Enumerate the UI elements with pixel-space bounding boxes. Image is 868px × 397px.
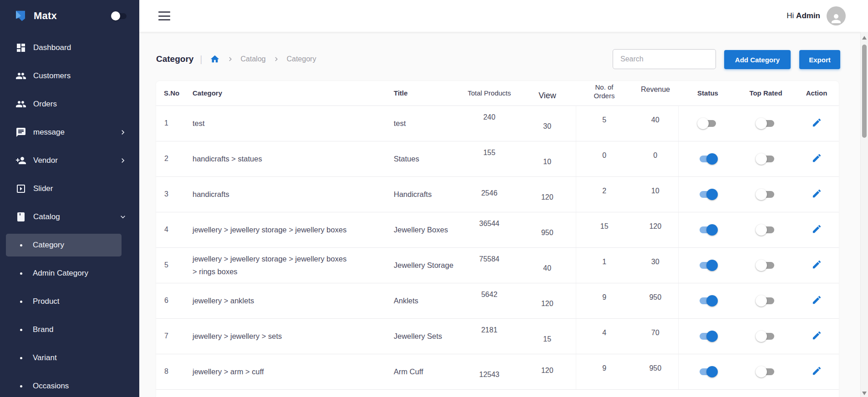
top-rated-toggle[interactable]: [756, 117, 777, 129]
cell-orders[interactable]: 1: [576, 247, 633, 283]
vertical-scrollbar[interactable]: [860, 32, 868, 397]
cell-sno: 6: [156, 283, 187, 318]
cell-status: [678, 283, 737, 318]
sidebar-item-variant[interactable]: Variant: [0, 344, 139, 372]
edit-button[interactable]: [809, 221, 825, 238]
edit-button[interactable]: [809, 186, 825, 203]
cell-total-products[interactable]: 155: [460, 141, 519, 176]
cell-view[interactable]: 30: [519, 106, 576, 141]
sidebar-item-slider[interactable]: Slider: [0, 175, 139, 203]
cell-revenue[interactable]: 120: [633, 212, 678, 247]
status-toggle[interactable]: [697, 259, 718, 271]
top-rated-toggle[interactable]: [756, 330, 777, 342]
status-toggle[interactable]: [697, 117, 718, 129]
sidebar-item-orders[interactable]: Orders: [0, 90, 139, 118]
cell-orders[interactable]: 15: [576, 212, 633, 247]
cell-total-products[interactable]: 75584: [460, 247, 519, 283]
cell-title: Anklets: [387, 283, 460, 318]
status-toggle[interactable]: [697, 188, 718, 200]
edit-button[interactable]: [809, 256, 825, 274]
status-toggle[interactable]: [697, 153, 718, 165]
sidebar-item-admin-category[interactable]: Admin Category: [0, 259, 139, 287]
top-rated-toggle[interactable]: [756, 366, 777, 377]
cell-total-products[interactable]: 240: [460, 106, 519, 141]
cell-status: [678, 318, 737, 354]
cell-total-products[interactable]: 12543: [460, 354, 519, 389]
cell-view[interactable]: 120: [519, 354, 576, 389]
cell-total-products[interactable]: 5642: [460, 283, 519, 318]
cell-view[interactable]: 120: [519, 283, 576, 318]
status-toggle[interactable]: [697, 366, 718, 377]
sidebar-item-dashboard[interactable]: Dashboard: [0, 34, 139, 62]
edit-button[interactable]: [809, 150, 825, 167]
breadcrumb-category[interactable]: Category: [287, 55, 316, 63]
top-rated-toggle[interactable]: [756, 259, 777, 271]
cell-orders[interactable]: 4: [576, 318, 633, 354]
cell-revenue[interactable]: 0: [633, 141, 678, 176]
cell-orders[interactable]: 5: [576, 106, 633, 141]
scroll-up-arrow[interactable]: [862, 36, 867, 40]
cell-view[interactable]: 120: [519, 176, 576, 212]
cell-orders[interactable]: 2: [576, 176, 633, 212]
cell-orders[interactable]: 9: [576, 354, 633, 389]
cell-view[interactable]: 40: [519, 247, 576, 283]
cell-revenue[interactable]: 950: [633, 283, 678, 318]
edit-button[interactable]: [809, 115, 825, 132]
sidebar-item-brand[interactable]: Brand: [0, 316, 139, 344]
cell-revenue[interactable]: 70: [633, 318, 678, 354]
sidebar-item-label: Orders: [33, 100, 57, 109]
sidebar-item-customers[interactable]: Customers: [0, 62, 139, 90]
edit-button[interactable]: [809, 327, 825, 345]
cell-orders[interactable]: 9: [576, 283, 633, 318]
status-toggle[interactable]: [697, 224, 718, 236]
cell-category: jewellery > arm > cuff: [187, 354, 387, 389]
status-toggle[interactable]: [697, 330, 718, 342]
sidebar-item-label: Variant: [33, 353, 57, 362]
sidebar-item-product[interactable]: Product: [0, 287, 139, 316]
top-rated-toggle[interactable]: [756, 295, 777, 307]
cell-view[interactable]: 15: [519, 318, 576, 354]
avatar[interactable]: [827, 6, 846, 25]
cell-total-products[interactable]: 36544: [460, 212, 519, 247]
table-row: 6jewellery > ankletsAnklets56421209950: [156, 283, 839, 318]
sidebar-item-occasions[interactable]: Occasions: [0, 372, 139, 397]
top-rated-toggle[interactable]: [756, 153, 777, 165]
cell-category: jewellery > anklets: [187, 283, 387, 318]
search-input[interactable]: [613, 49, 716, 69]
edit-button[interactable]: [809, 363, 825, 380]
sidebar-item-vendor[interactable]: Vendor: [0, 146, 139, 175]
cell-total-products[interactable]: 2181: [460, 318, 519, 354]
cell-sno: 2: [156, 141, 187, 176]
header-total-products: Total Products: [460, 81, 519, 106]
cell-revenue[interactable]: 10: [633, 176, 678, 212]
main-area: Hi Admin Category | Catalog Category: [139, 0, 868, 397]
cell-sno: 3: [156, 176, 187, 212]
home-icon[interactable]: [210, 54, 220, 64]
sidebar-item-message[interactable]: message: [0, 118, 139, 146]
sidebar-mode-toggle[interactable]: [111, 10, 127, 21]
cell-revenue[interactable]: 950: [633, 354, 678, 389]
cell-revenue[interactable]: 30: [633, 247, 678, 283]
export-button[interactable]: Export: [799, 50, 840, 69]
cell-title: Handicrafts: [387, 176, 460, 212]
sidebar-item-label: Customers: [33, 71, 71, 80]
top-rated-toggle[interactable]: [756, 188, 777, 200]
sidebar-item-category[interactable]: Category: [0, 231, 139, 259]
scroll-thumb[interactable]: [862, 45, 867, 138]
cell-view[interactable]: 950: [519, 212, 576, 247]
edit-button[interactable]: [809, 292, 825, 309]
cell-view[interactable]: 10: [519, 141, 576, 176]
scroll-down-arrow[interactable]: [862, 392, 867, 395]
cell-orders[interactable]: 0: [576, 141, 633, 176]
top-rated-toggle[interactable]: [756, 224, 777, 236]
menu-icon[interactable]: [158, 11, 170, 20]
sidebar-item-label: Product: [33, 297, 60, 306]
add-category-button[interactable]: Add Category: [724, 50, 791, 69]
cell-total-products[interactable]: 2546: [460, 176, 519, 212]
cell-sno: 4: [156, 212, 187, 247]
sidebar-nav: DashboardCustomersOrdersmessageVendorSli…: [0, 32, 139, 397]
cell-revenue[interactable]: 40: [633, 106, 678, 141]
breadcrumb-catalog[interactable]: Catalog: [241, 55, 266, 63]
sidebar-item-catalog[interactable]: Catalog: [0, 203, 139, 231]
status-toggle[interactable]: [697, 295, 718, 307]
